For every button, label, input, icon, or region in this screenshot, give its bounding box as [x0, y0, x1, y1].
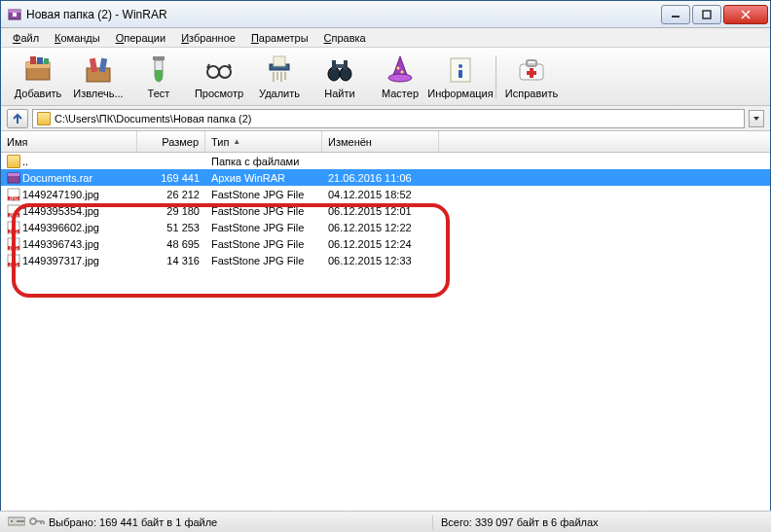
- close-button[interactable]: [723, 5, 768, 24]
- status-selected: Выбрано: 169 441 байт в 1 файле: [0, 515, 433, 529]
- maximize-button[interactable]: [692, 5, 721, 24]
- svg-point-60: [11, 520, 13, 522]
- file-size: 29 180: [137, 205, 205, 217]
- test-button[interactable]: Тест: [129, 51, 188, 103]
- file-date: 06.12.2015 12:33: [322, 255, 439, 266]
- add-label: Добавить: [15, 88, 62, 99]
- toolbar: Добавить Извлечь... Тест Просмотр Удалит…: [1, 48, 770, 106]
- table-row[interactable]: JPG1449396743.jpg48 695FastStone JPG Fil…: [1, 235, 770, 252]
- column-modified[interactable]: Изменён: [322, 131, 439, 152]
- table-row[interactable]: ..Папка с файлами: [1, 153, 770, 169]
- table-row[interactable]: JPG1449247190.jpg26 212FastStone JPG Fil…: [1, 186, 770, 202]
- statusbar: Выбрано: 169 441 байт в 1 файле Всего: 3…: [0, 511, 771, 532]
- extract-label: Извлечь...: [73, 88, 123, 99]
- app-icon: [7, 7, 22, 22]
- medkit-icon: [516, 54, 547, 86]
- svg-rect-1: [9, 10, 20, 13]
- rar-icon: [7, 171, 20, 185]
- status-total-text: Всего: 339 097 байт в 6 файлах: [441, 516, 599, 528]
- repair-button[interactable]: Исправить: [502, 51, 561, 103]
- wizard-label: Мастер: [382, 88, 419, 99]
- wizard-hat-icon: [385, 54, 416, 86]
- jpg-icon: JPG: [7, 221, 20, 234]
- delete-label: Удалить: [259, 88, 300, 99]
- file-date: 04.12.2015 18:52: [322, 189, 439, 200]
- up-button[interactable]: [7, 109, 28, 128]
- column-name[interactable]: Имя: [1, 131, 137, 152]
- table-row[interactable]: JPG1449396602.jpg51 253FastStone JPG Fil…: [1, 219, 770, 235]
- file-name: 1449397317.jpg: [22, 255, 99, 266]
- menu-help[interactable]: Справка: [316, 30, 374, 46]
- file-name: 1449396743.jpg: [22, 238, 99, 250]
- toolbar-separator: [496, 55, 496, 98]
- menu-commands[interactable]: Команды: [47, 30, 108, 46]
- svg-text:JPG: JPG: [9, 195, 18, 200]
- svg-rect-39: [527, 60, 536, 66]
- path-box[interactable]: C:\Users\ПК\Documents\Новая папка (2): [32, 109, 745, 128]
- jpg-icon: JPG: [7, 254, 20, 267]
- jpg-icon: JPG: [7, 188, 20, 201]
- extract-button[interactable]: Извлечь...: [69, 51, 128, 103]
- file-date: 21.06.2016 11:06: [322, 172, 439, 184]
- view-button[interactable]: Просмотр: [190, 51, 248, 103]
- minimize-button[interactable]: [661, 5, 690, 24]
- repair-label: Исправить: [505, 88, 558, 99]
- test-tube-icon: [143, 54, 174, 86]
- folder-icon: [37, 112, 51, 125]
- menu-options[interactable]: Параметры: [243, 30, 316, 46]
- file-size: 26 212: [137, 189, 205, 200]
- info-label: Информация: [427, 88, 493, 99]
- svg-rect-11: [44, 58, 49, 64]
- svg-rect-30: [344, 60, 348, 70]
- file-date: 06.12.2015 12:22: [322, 222, 439, 233]
- file-type: Архив WinRAR: [205, 172, 322, 184]
- addressbar: C:\Users\ПК\Documents\Новая папка (2): [1, 106, 770, 131]
- file-date: 06.12.2015 12:01: [322, 205, 439, 217]
- menu-file[interactable]: Файл: [5, 30, 47, 46]
- file-type: FastStone JPG File: [205, 222, 322, 233]
- shredder-icon: [264, 54, 295, 86]
- file-size: 48 695: [137, 238, 205, 250]
- file-type: FastStone JPG File: [205, 238, 322, 250]
- menubar: Файл Команды Операции Избранное Параметр…: [1, 28, 770, 48]
- table-row[interactable]: JPG1449395354.jpg29 180FastStone JPG Fil…: [1, 202, 770, 219]
- svg-text:JPG: JPG: [9, 261, 18, 266]
- titlebar[interactable]: Новая папка (2) - WinRAR: [1, 1, 770, 28]
- column-type[interactable]: Тип▲: [205, 131, 322, 152]
- file-type: FastStone JPG File: [205, 189, 322, 200]
- list-header: Имя Размер Тип▲ Изменён: [1, 131, 770, 153]
- menu-operations[interactable]: Операции: [108, 30, 173, 46]
- file-name: 1449396602.jpg: [22, 222, 99, 233]
- file-type: FastStone JPG File: [205, 205, 322, 217]
- svg-rect-9: [30, 56, 36, 64]
- table-row[interactable]: JPG1449397317.jpg14 316FastStone JPG Fil…: [1, 252, 770, 268]
- glasses-icon: [203, 54, 235, 86]
- add-button[interactable]: Добавить: [9, 51, 67, 103]
- menu-favorites[interactable]: Избранное: [173, 30, 243, 46]
- svg-rect-29: [332, 60, 336, 70]
- list-body[interactable]: ..Папка с файламиDocuments.rar169 441Арх…: [1, 153, 770, 268]
- table-row[interactable]: Documents.rar169 441Архив WinRAR21.06.20…: [1, 169, 770, 186]
- find-button[interactable]: Найти: [311, 51, 369, 103]
- info-button[interactable]: Информация: [431, 51, 490, 103]
- sort-arrow-icon: ▲: [233, 137, 240, 146]
- path-dropdown-button[interactable]: [749, 110, 764, 127]
- delete-button[interactable]: Удалить: [250, 51, 309, 103]
- books-open-icon: [83, 54, 114, 86]
- svg-rect-4: [703, 11, 711, 18]
- svg-rect-12: [87, 68, 110, 82]
- svg-rect-31: [336, 64, 344, 68]
- svg-rect-43: [8, 173, 19, 176]
- column-size[interactable]: Размер: [137, 131, 205, 152]
- file-type: Папка с файлами: [205, 156, 322, 167]
- svg-rect-22: [274, 56, 285, 66]
- svg-rect-15: [153, 56, 165, 60]
- svg-rect-61: [17, 520, 24, 522]
- file-type: FastStone JPG File: [205, 255, 322, 266]
- svg-rect-10: [37, 57, 43, 64]
- window-title: Новая папка (2) - WinRAR: [26, 8, 659, 21]
- binoculars-icon: [324, 54, 355, 86]
- view-label: Просмотр: [195, 88, 243, 99]
- status-total: Всего: 339 097 байт в 6 файлах: [433, 516, 606, 528]
- wizard-button[interactable]: Мастер: [371, 51, 429, 103]
